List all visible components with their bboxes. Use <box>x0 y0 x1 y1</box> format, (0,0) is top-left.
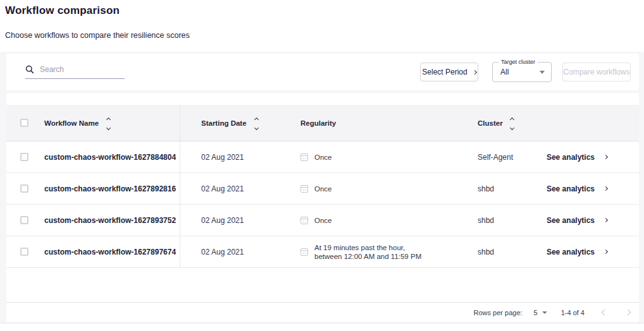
sort-control-starting-date[interactable] <box>255 117 258 129</box>
workflow-name-cell: custom-chaos-workflow-1627892816 <box>38 173 180 204</box>
header-starting-date-label: Starting Date <box>201 119 247 127</box>
select-all-checkbox[interactable] <box>20 119 28 127</box>
starting-date: 02 Aug 2021 <box>201 153 244 162</box>
calendar-icon <box>300 153 308 161</box>
header-workflow-name: Workflow Name <box>38 105 180 141</box>
dropdown-caret-icon <box>542 311 547 314</box>
previous-page-button[interactable] <box>602 310 608 316</box>
workflow-name: custom-chaos-workflow-1627897674 <box>44 248 176 256</box>
page-bottom-strip <box>0 323 644 331</box>
pagination-nav <box>602 310 630 315</box>
action-cell: See analytics <box>531 236 639 267</box>
chevron-right-icon[interactable] <box>604 250 608 254</box>
table-body: custom-chaos-workflow-1627884804 02 Aug … <box>6 141 639 268</box>
workflow-name: custom-chaos-workflow-1627893752 <box>44 216 176 225</box>
row-checkbox[interactable] <box>20 184 28 193</box>
chevron-right-icon[interactable] <box>604 155 608 159</box>
rows-per-page-select[interactable]: 5 <box>534 309 547 316</box>
workflow-name-cell: custom-chaos-workflow-1627884804 <box>38 141 180 172</box>
see-analytics-link[interactable]: See analytics <box>547 153 595 162</box>
row-checkbox[interactable] <box>20 153 28 161</box>
starting-date: 02 Aug 2021 <box>201 216 244 225</box>
regularity-text: At 19 minutes past the hour, between 12:… <box>314 243 421 261</box>
table-row: custom-chaos-workflow-1627892816 02 Aug … <box>6 173 639 205</box>
workflow-name: custom-chaos-workflow-1627884804 <box>44 153 176 162</box>
chevron-right-icon <box>473 69 477 74</box>
action-cell: See analytics <box>531 173 639 204</box>
workflow-name: custom-chaos-workflow-1627892816 <box>44 184 176 193</box>
sort-up-icon[interactable] <box>254 117 259 121</box>
sort-control-workflow-name[interactable] <box>107 117 110 129</box>
cluster-cell: shbd <box>455 236 531 267</box>
cluster-name: shbd <box>478 248 494 256</box>
regularity-cell: Once <box>278 173 455 204</box>
cluster-name: Self-Agent <box>478 153 513 162</box>
row-checkbox[interactable] <box>20 216 28 224</box>
rows-per-page-value: 5 <box>534 309 538 316</box>
toolbar: Select Period Target cluster All Compare… <box>6 54 639 90</box>
action-cell: See analytics <box>531 141 639 172</box>
row-checkbox-cell <box>6 173 38 204</box>
chevron-right-icon[interactable] <box>604 186 608 191</box>
see-analytics-link[interactable]: See analytics <box>547 216 595 225</box>
pagination-bar: Rows per page: 5 1-4 of 4 <box>6 302 639 322</box>
sort-down-icon[interactable] <box>106 125 111 129</box>
sort-control-cluster[interactable] <box>511 117 514 129</box>
table-row: custom-chaos-workflow-1627897674 02 Aug … <box>6 236 639 268</box>
header-action-cell <box>531 105 639 141</box>
action-cell: See analytics <box>531 205 639 236</box>
select-period-button[interactable]: Select Period <box>420 63 478 81</box>
dropdown-caret-icon <box>540 71 545 74</box>
cluster-name: shbd <box>478 184 494 193</box>
regularity-text: Once <box>314 216 332 225</box>
starting-date-cell: 02 Aug 2021 <box>180 173 278 204</box>
header-starting-date: Starting Date <box>180 105 278 141</box>
starting-date: 02 Aug 2021 <box>201 248 244 256</box>
search-icon <box>25 65 34 74</box>
calendar-icon <box>300 185 308 193</box>
regularity-cell: Once <box>278 205 455 236</box>
next-page-button[interactable] <box>625 310 631 316</box>
cluster-cell: Self-Agent <box>455 141 531 172</box>
table-row: custom-chaos-workflow-1627884804 02 Aug … <box>6 141 639 173</box>
starting-date-cell: 02 Aug 2021 <box>180 141 278 172</box>
compare-workflows-button[interactable]: Compare workflows <box>562 63 631 81</box>
row-checkbox[interactable] <box>20 248 28 256</box>
calendar-icon <box>300 248 308 256</box>
page-header: Workflow comparison Choose workflows to … <box>0 0 644 52</box>
header-workflow-name-label: Workflow Name <box>44 119 99 127</box>
sort-down-icon[interactable] <box>254 125 259 129</box>
cluster-cell: shbd <box>455 205 531 236</box>
see-analytics-link[interactable]: See analytics <box>547 184 595 193</box>
workflow-name-cell: custom-chaos-workflow-1627897674 <box>38 236 180 267</box>
table-header-row: Workflow Name Starting Date Regularity C… <box>6 105 639 141</box>
regularity-cell: Once <box>278 141 455 172</box>
regularity-text: Once <box>314 184 332 193</box>
toolbar-actions: Select Period Target cluster All Compare… <box>420 62 631 82</box>
sort-down-icon[interactable] <box>510 125 514 129</box>
table-empty-space <box>6 268 639 302</box>
sort-up-icon[interactable] <box>106 117 111 121</box>
see-analytics-link[interactable]: See analytics <box>547 248 595 256</box>
target-cluster-value: All <box>500 68 509 76</box>
sort-up-icon[interactable] <box>510 117 514 121</box>
workflow-name-cell: custom-chaos-workflow-1627893752 <box>38 205 180 236</box>
search-field[interactable] <box>25 65 125 79</box>
starting-date-cell: 02 Aug 2021 <box>180 236 278 267</box>
header-regularity-label: Regularity <box>300 119 336 127</box>
chevron-right-icon[interactable] <box>604 218 608 222</box>
header-cluster: Cluster <box>455 105 531 141</box>
search-input[interactable] <box>40 65 119 74</box>
regularity-text: Once <box>314 153 332 162</box>
target-cluster-label: Target cluster <box>498 59 538 65</box>
calendar-icon <box>300 217 308 224</box>
select-period-label: Select Period <box>422 68 467 76</box>
rows-per-page-label: Rows per page: <box>474 309 523 316</box>
regularity-cell: At 19 minutes past the hour, between 12:… <box>278 236 455 267</box>
workflow-table: Workflow Name Starting Date Regularity C… <box>6 93 639 322</box>
row-checkbox-cell <box>6 236 38 267</box>
page-title: Workflow comparison <box>5 4 644 17</box>
pagination-range: 1-4 of 4 <box>561 309 585 316</box>
row-checkbox-cell <box>6 205 38 236</box>
target-cluster-select[interactable]: Target cluster All <box>492 62 552 82</box>
